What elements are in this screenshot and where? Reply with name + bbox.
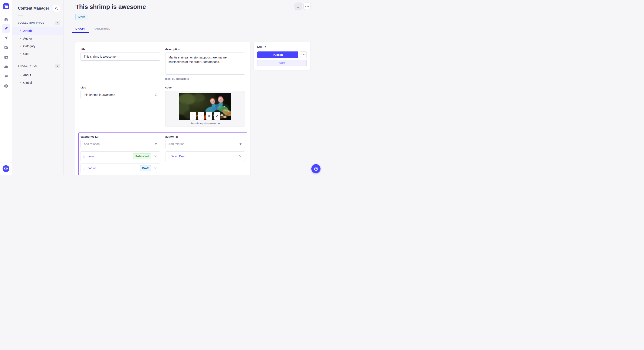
question-mark-icon — [314, 166, 318, 172]
app-window: KD Content Manager COLLECTION TYPES 4 Ar… — [0, 0, 322, 175]
cover-widget: this-shrimp-is-awesome — [165, 91, 245, 127]
sidebar-item-user[interactable]: User — [12, 50, 63, 58]
cover-image — [179, 93, 231, 120]
export-button[interactable] — [294, 2, 302, 10]
relation-link-nature[interactable]: nature — [88, 167, 96, 170]
icon-sidebar: KD — [0, 0, 12, 175]
user-avatar[interactable]: KD — [2, 165, 9, 172]
relation-link-news[interactable]: news — [88, 155, 94, 158]
chevron-down-icon — [239, 143, 242, 145]
remove-relation-button[interactable] — [154, 154, 158, 158]
cart-icon[interactable] — [2, 72, 10, 81]
pencil-icon — [216, 114, 219, 118]
content-sidebar: Content Manager COLLECTION TYPES 4 Artic… — [12, 0, 64, 175]
ellipsis-icon — [306, 6, 309, 6]
select-placeholder: Add relation — [84, 142, 100, 146]
status-badge: Draft — [76, 14, 88, 20]
media-library-images-icon[interactable] — [2, 43, 10, 52]
chevron-down-icon — [154, 143, 157, 145]
slug-input[interactable] — [80, 91, 160, 99]
field-categories: categories (2) Add relation — [80, 135, 160, 173]
version-tabs: DRAFT PUBLISHED — [72, 25, 310, 33]
title-label: title — [80, 48, 160, 51]
title-input[interactable] — [80, 52, 160, 61]
section-label-collection-types: COLLECTION TYPES — [18, 21, 44, 24]
content-type-builder-layout-icon[interactable] — [2, 53, 10, 61]
bullet-icon — [20, 53, 21, 54]
field-title: title — [80, 48, 160, 80]
help-button[interactable] — [311, 164, 320, 173]
sidebar-item-label: About — [23, 73, 31, 77]
delete-media-button[interactable] — [206, 112, 212, 120]
home-icon[interactable] — [2, 15, 10, 23]
download-icon — [296, 4, 300, 8]
close-icon — [239, 155, 242, 158]
remove-relation-button[interactable] — [154, 166, 158, 170]
remove-relation-button[interactable] — [238, 154, 242, 158]
cloud-icon[interactable] — [2, 62, 10, 71]
ellipsis-icon — [302, 54, 305, 55]
edit-form-card: title description Mantis shrimps, or sto… — [76, 42, 250, 175]
sidebar-item-global[interactable]: Global — [12, 79, 63, 87]
settings-gear-icon[interactable] — [2, 82, 10, 90]
tab-draft[interactable]: DRAFT — [72, 25, 89, 33]
drag-handle-icon[interactable] — [83, 155, 86, 158]
close-icon — [154, 167, 157, 170]
sidebar-item-label: Article — [23, 29, 32, 32]
regenerate-slug-button[interactable] — [154, 93, 158, 97]
copy-link-button[interactable] — [198, 112, 204, 120]
save-button[interactable]: Save — [257, 60, 307, 66]
categories-label: categories (2) — [80, 135, 160, 138]
sidebar-item-about[interactable]: About — [12, 71, 63, 79]
author-relation-list: David Doe — [165, 151, 245, 161]
single-types-count: 2 — [55, 64, 60, 68]
bullet-icon — [20, 75, 21, 75]
cover-label: cover — [165, 86, 245, 89]
sidebar-item-author[interactable]: Author — [12, 35, 63, 42]
status-pill-published: Published — [133, 153, 151, 159]
divider — [0, 162, 12, 163]
entry-panel-title: ENTRY — [257, 45, 307, 48]
strapi-logo-icon — [3, 3, 9, 9]
link-icon — [199, 114, 203, 118]
relation-row-nature: nature Draft — [80, 163, 160, 173]
description-textarea[interactable]: Mantis shrimps, or stomatopods, are mari… — [165, 52, 245, 75]
entry-panel: ENTRY Publish Save — [254, 42, 310, 70]
content-manager-feather-icon[interactable] — [2, 24, 10, 33]
cover-caption: this-shrimp-is-awesome — [166, 122, 245, 125]
drag-handle-icon[interactable] — [83, 167, 86, 170]
field-description: description Mantis shrimps, or stomatopo… — [165, 48, 245, 80]
slug-label: slug — [80, 86, 160, 89]
edit-media-button[interactable] — [214, 112, 220, 120]
entry-more-button[interactable] — [300, 51, 307, 58]
categories-add-relation-select[interactable]: Add relation — [80, 140, 160, 148]
strapi-logo[interactable] — [3, 3, 9, 9]
close-icon — [154, 155, 157, 158]
send-icon[interactable] — [2, 34, 10, 42]
author-add-relation-select[interactable]: Add relation — [165, 140, 245, 148]
search-icon — [55, 6, 58, 10]
bullet-icon — [20, 46, 21, 47]
sidebar-item-label: Global — [23, 81, 32, 84]
refresh-icon — [154, 93, 158, 97]
plus-icon — [191, 114, 195, 118]
relation-row-david-doe: David Doe — [165, 151, 245, 161]
relation-row-news: news Published — [80, 151, 160, 161]
field-author: author (1) Add relation David Doe — [165, 135, 245, 173]
tab-published[interactable]: PUBLISHED — [89, 25, 114, 33]
main-content: This shrimp is awesome Draft DRAFT PUBLI… — [64, 0, 322, 175]
categories-relation-list: news Published — [80, 151, 160, 173]
search-button[interactable] — [53, 5, 60, 12]
relation-link-david-doe[interactable]: David Doe — [170, 155, 184, 158]
bullet-icon — [20, 82, 21, 83]
sidebar-item-category[interactable]: Category — [12, 42, 63, 50]
page-title: This shrimp is awesome — [76, 3, 310, 10]
collection-types-count: 4 — [55, 21, 60, 25]
author-label: author (1) — [165, 135, 245, 138]
publish-button[interactable]: Publish — [257, 51, 298, 58]
more-options-button[interactable] — [304, 2, 311, 10]
add-media-button[interactable] — [190, 112, 196, 120]
bullet-icon — [20, 38, 21, 39]
sidebar-item-article[interactable]: Article — [12, 27, 63, 35]
description-label: description — [165, 48, 245, 51]
